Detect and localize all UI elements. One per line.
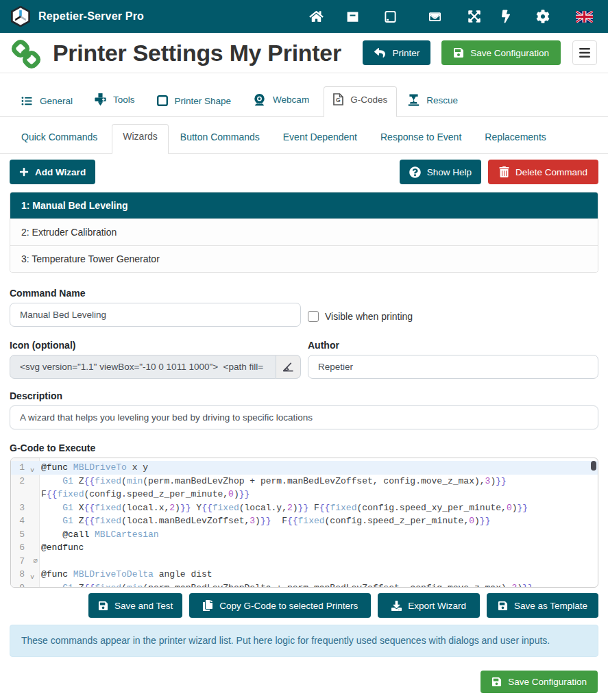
- svg-text:G: G: [336, 97, 341, 103]
